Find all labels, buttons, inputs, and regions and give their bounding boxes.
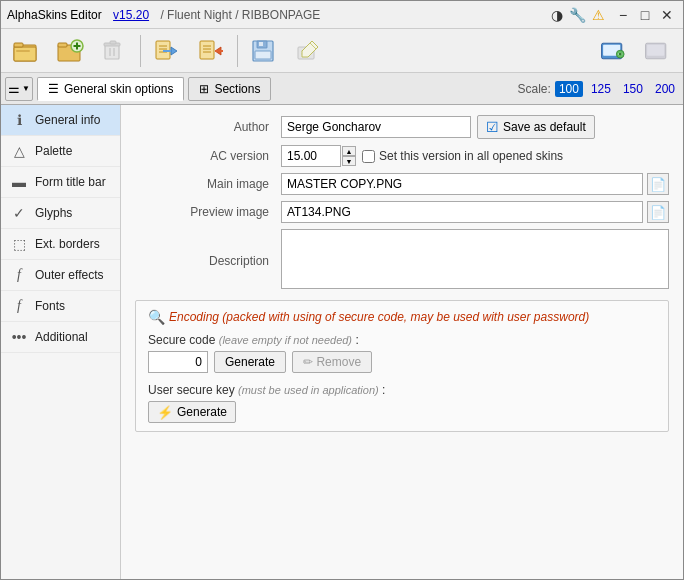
sidebar-item-outer-effects[interactable]: f Outer effects	[1, 260, 120, 291]
spin-up-button[interactable]: ▲	[342, 146, 356, 156]
secondary-right-icon	[644, 37, 672, 65]
content-area: Author ☑ Save as default AC version ▲ ▼	[121, 105, 683, 579]
version-input[interactable]	[281, 145, 341, 167]
author-row: ☑ Save as default	[281, 115, 669, 139]
sidebar-label-form-title-bar: Form title bar	[35, 175, 106, 189]
author-label: Author	[135, 120, 275, 134]
svg-rect-2	[14, 43, 23, 47]
glyphs-icon: ✓	[11, 205, 27, 221]
set-version-text: Set this version in all opened skins	[379, 149, 563, 163]
version-spinner: ▲ ▼	[281, 145, 356, 167]
tab-sections[interactable]: ⊞ Sections	[188, 77, 271, 101]
preview-button[interactable]	[593, 32, 635, 70]
add-new-icon	[56, 37, 84, 65]
generate-button[interactable]: Generate	[214, 351, 286, 373]
fonts-icon: f	[11, 298, 27, 314]
svg-rect-11	[110, 41, 116, 44]
spinner-buttons: ▲ ▼	[342, 146, 356, 166]
dropdown-arrow-icon: ▼	[22, 84, 30, 93]
tab-general-icon: ☰	[48, 82, 59, 96]
scale-label: Scale:	[518, 82, 551, 96]
svg-rect-20	[200, 41, 214, 59]
remove-icon: ✏	[303, 355, 316, 369]
main-image-browse-button[interactable]: 📄	[647, 173, 669, 195]
generate2-button[interactable]: ⚡ Generate	[148, 401, 236, 423]
user-key-note-text: (must be used in application)	[238, 384, 379, 396]
tab-general-label: General skin options	[64, 82, 173, 96]
sidebar-item-fonts[interactable]: f Fonts	[1, 291, 120, 322]
sidebar-label-glyphs: Glyphs	[35, 206, 72, 220]
preview-icon	[600, 37, 628, 65]
edit-button[interactable]	[287, 32, 329, 70]
open-folder-button[interactable]	[5, 32, 47, 70]
scale-125[interactable]: 125	[587, 81, 615, 97]
sidebar-item-form-title-bar[interactable]: ▬ Form title bar	[1, 167, 120, 198]
sliders-icon: ⚌	[8, 81, 20, 96]
sidebar: ℹ General info △ Palette ▬ Form title ba…	[1, 105, 121, 579]
svg-rect-1	[14, 47, 36, 61]
contrast-icon: ◑	[551, 7, 563, 23]
sidebar-item-general-info[interactable]: ℹ General info	[1, 105, 120, 136]
sidebar-item-additional[interactable]: ••• Additional	[1, 322, 120, 353]
tabs-row: ⚌ ▼ ☰ General skin options ⊞ Sections Sc…	[1, 73, 683, 105]
svg-rect-9	[105, 45, 119, 59]
tab-sections-label: Sections	[214, 82, 260, 96]
scale-100[interactable]: 100	[555, 81, 583, 97]
scale-150[interactable]: 150	[619, 81, 647, 97]
set-version-label[interactable]: Set this version in all opened skins	[362, 149, 563, 163]
sidebar-item-palette[interactable]: △ Palette	[1, 136, 120, 167]
secure-code-suffix: :	[355, 333, 358, 347]
close-button[interactable]: ✕	[657, 5, 677, 25]
preview-image-input[interactable]	[281, 201, 643, 223]
save-button[interactable]	[243, 32, 285, 70]
import-icon	[153, 37, 181, 65]
secondary-right-button[interactable]	[637, 32, 679, 70]
spin-down-button[interactable]: ▼	[342, 156, 356, 166]
main-image-input[interactable]	[281, 173, 643, 195]
user-key-section: User secure key (must be used in applica…	[148, 383, 656, 423]
minimize-button[interactable]: −	[613, 5, 633, 25]
generate2-label: Generate	[177, 405, 227, 419]
save-default-label: Save as default	[503, 120, 586, 134]
preview-image-browse-button[interactable]: 📄	[647, 201, 669, 223]
export-button[interactable]	[190, 32, 232, 70]
sidebar-item-ext-borders[interactable]: ⬚ Ext. borders	[1, 229, 120, 260]
secure-code-input[interactable]	[148, 351, 208, 373]
svg-rect-3	[16, 50, 30, 52]
set-version-checkbox[interactable]	[362, 150, 375, 163]
user-key-suffix: :	[382, 383, 385, 397]
user-key-row: ⚡ Generate	[148, 401, 656, 423]
window-controls: − □ ✕	[613, 5, 677, 25]
encoding-header-text: Encoding (packed with using of secure co…	[169, 310, 589, 324]
warning-icon: ⚠	[592, 7, 605, 23]
sidebar-label-general-info: General info	[35, 113, 100, 127]
version-link[interactable]: v15.20	[113, 8, 149, 22]
svg-rect-5	[58, 43, 67, 47]
title-bar-text: AlphaSkins Editor v15.20 / Fluent Night …	[7, 8, 551, 22]
svg-rect-40	[647, 44, 664, 55]
tab-general-skin-options[interactable]: ☰ General skin options	[37, 77, 184, 101]
scale-bar: Scale: 100 125 150 200	[518, 81, 679, 97]
maximize-button[interactable]: □	[635, 5, 655, 25]
title-bar: AlphaSkins Editor v15.20 / Fluent Night …	[1, 1, 683, 29]
edit-icon	[294, 37, 322, 65]
save-icon	[250, 37, 278, 65]
save-default-button[interactable]: ☑ Save as default	[477, 115, 595, 139]
sidebar-item-glyphs[interactable]: ✓ Glyphs	[1, 198, 120, 229]
user-key-label-text: User secure key	[148, 383, 235, 397]
additional-icon: •••	[11, 329, 27, 345]
description-textarea[interactable]	[281, 229, 669, 289]
main-image-row: 📄	[281, 173, 669, 195]
lightning-icon: ⚡	[157, 405, 173, 420]
secure-code-section: Secure code (leave empty if not needed) …	[148, 333, 656, 373]
settings-dropdown-button[interactable]: ⚌ ▼	[5, 77, 33, 101]
encoding-title-text: Encoding (packed with using of secure co…	[169, 310, 589, 324]
import-button[interactable]	[146, 32, 188, 70]
scale-200[interactable]: 200	[651, 81, 679, 97]
remove-button[interactable]: ✏ Remove	[292, 351, 372, 373]
author-input[interactable]	[281, 116, 471, 138]
toolbar-right	[593, 32, 679, 70]
add-new-button[interactable]	[49, 32, 91, 70]
svg-point-38	[619, 52, 622, 55]
delete-button[interactable]	[93, 32, 135, 70]
